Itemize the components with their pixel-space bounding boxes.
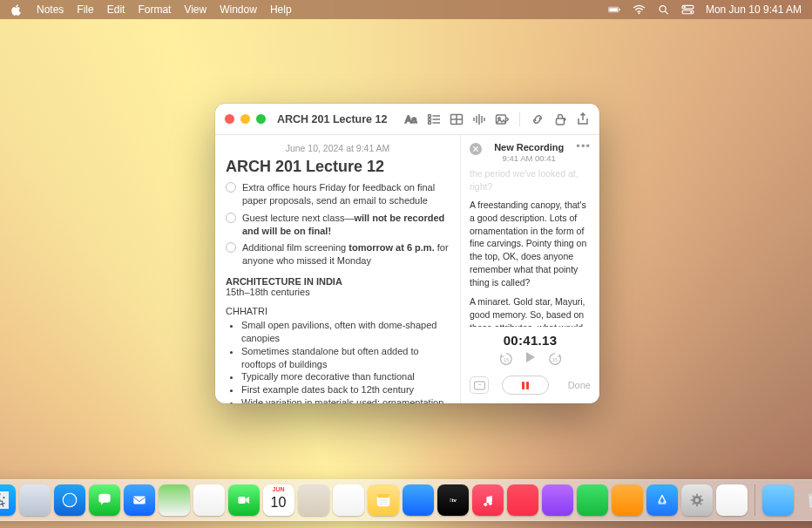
share-button[interactable] — [576, 112, 590, 126]
window-minimize-button[interactable] — [240, 114, 250, 124]
dock-app-iphone[interactable] — [716, 484, 748, 516]
menu-help[interactable]: Help — [270, 3, 292, 16]
pause-icon — [522, 382, 529, 389]
bullet-list: Small open pavilions, often with dome-sh… — [226, 319, 450, 403]
wifi-icon[interactable] — [633, 4, 646, 15]
svg-point-4 — [660, 6, 666, 12]
checklist-item-text: Extra office hours Friday for feedback o… — [242, 181, 450, 207]
control-center-icon[interactable] — [681, 4, 694, 15]
svg-text:“”: “” — [477, 382, 481, 388]
menu-format[interactable]: Format — [138, 3, 171, 16]
transcript-p2: A minaret. Gold star, Mayuri, good memor… — [470, 295, 591, 327]
dock-trash[interactable] — [797, 484, 813, 516]
window-toolbar: Aa — [404, 112, 590, 126]
dock-app-music[interactable] — [472, 484, 504, 516]
checklist-item[interactable]: Extra office hours Friday for feedback o… — [226, 181, 450, 207]
dock-app-finder[interactable] — [0, 484, 16, 516]
window-close-button[interactable] — [225, 114, 234, 124]
dock-app-reminders[interactable] — [333, 484, 364, 516]
table-button[interactable] — [450, 112, 464, 126]
menu-view[interactable]: View — [184, 3, 206, 16]
dock-app-numbers[interactable] — [577, 484, 608, 516]
svg-line-63 — [692, 496, 694, 498]
dock-app-facetime[interactable] — [228, 484, 260, 516]
dock-app-contacts[interactable] — [298, 484, 329, 516]
svg-text:15: 15 — [504, 357, 509, 362]
menu-file[interactable]: File — [77, 3, 93, 16]
window-zoom-button[interactable] — [256, 114, 266, 124]
battery-icon[interactable] — [608, 4, 621, 15]
dock-app-calendar[interactable]: JUN10 — [263, 484, 294, 516]
transcript-toggle-button[interactable]: “” — [470, 376, 489, 394]
skip-back-button[interactable]: 15 — [498, 351, 514, 367]
done-button[interactable]: Done — [568, 380, 591, 390]
dock-app-pages[interactable] — [612, 484, 643, 516]
window-title: ARCH 201 Lecture 12 — [277, 113, 387, 125]
link-button[interactable] — [531, 112, 545, 126]
dock-app-notes[interactable] — [368, 484, 399, 516]
checklist-item[interactable]: Guest lecture next class—will not be rec… — [226, 212, 450, 238]
dock-app-messages[interactable] — [89, 484, 120, 516]
window-traffic-lights — [225, 114, 266, 124]
menu-clock[interactable]: Mon Jun 10 9:41 AM — [706, 3, 802, 16]
svg-rect-48 — [133, 497, 145, 504]
recording-subtitle: 9:41 AM 00:41 — [489, 153, 569, 163]
checklist: Extra office hours Friday for feedback o… — [226, 181, 450, 267]
section-subheading: 15th–18th centuries — [226, 287, 450, 297]
apple-menu[interactable] — [10, 4, 22, 16]
dock-app-tv[interactable]: tv — [437, 484, 469, 516]
svg-line-61 — [692, 504, 694, 505]
spotlight-icon[interactable] — [657, 4, 670, 15]
media-button[interactable] — [495, 112, 509, 126]
svg-point-7 — [684, 6, 686, 8]
audio-button[interactable] — [472, 112, 486, 126]
skip-forward-button[interactable]: 15 — [547, 351, 563, 367]
lock-button[interactable] — [553, 112, 567, 126]
svg-rect-27 — [557, 118, 565, 125]
svg-point-57 — [694, 498, 698, 502]
dock-app-downloads[interactable] — [762, 484, 794, 516]
svg-point-9 — [690, 11, 692, 13]
checklist-item[interactable]: Additional film screening tomorrow at 6 … — [226, 241, 450, 267]
menu-window[interactable]: Window — [220, 3, 257, 16]
transcript-faded-line: the period we've looked at, right? — [470, 167, 591, 193]
checklist-button[interactable] — [427, 112, 441, 126]
dock-app-maps[interactable] — [159, 484, 190, 516]
bullet-item: Wide variation in materials used; orname… — [241, 396, 450, 403]
svg-point-13 — [428, 118, 430, 120]
dock-app-freeform[interactable] — [403, 484, 434, 516]
notes-window: ARCH 201 Lecture 12 Aa June 10, 2024 at … — [215, 104, 599, 403]
checklist-item-text: Additional film screening tomorrow at 6 … — [242, 241, 450, 267]
svg-line-65 — [700, 496, 701, 498]
svg-rect-49 — [238, 497, 245, 504]
close-panel-button[interactable] — [470, 143, 482, 155]
section-heading: ARCHITECTURE IN INDIA — [226, 276, 450, 287]
dock-app-appstore[interactable] — [646, 484, 678, 516]
format-button[interactable]: Aa — [404, 112, 418, 126]
chhatri-heading: CHHATRI — [226, 306, 450, 316]
checkbox-circle[interactable] — [226, 242, 236, 253]
dock-app-photos[interactable] — [193, 484, 225, 516]
dock-app-mail[interactable] — [124, 484, 155, 516]
dock-app-news[interactable] — [507, 484, 538, 516]
menu-edit[interactable]: Edit — [107, 3, 125, 16]
dock-app-podcasts[interactable] — [542, 484, 573, 516]
dock: JUN10tv — [0, 479, 812, 521]
checkbox-circle[interactable] — [226, 213, 236, 223]
note-body[interactable]: June 10, 2024 at 9:41 AM ARCH 201 Lectur… — [215, 135, 460, 403]
menu-app-name[interactable]: Notes — [37, 3, 64, 16]
pause-record-button[interactable] — [502, 376, 549, 395]
transcript[interactable]: the period we've looked at, right? A fre… — [461, 167, 599, 327]
bullet-item: First example dates back to 12th century — [241, 383, 450, 396]
svg-text:15: 15 — [552, 357, 558, 362]
dock-app-safari[interactable] — [54, 484, 85, 516]
svg-text:Aa: Aa — [405, 114, 417, 125]
more-button[interactable]: ••• — [576, 142, 591, 151]
dock-separator — [754, 484, 755, 516]
play-button[interactable] — [524, 351, 537, 367]
dock-app-launchpad[interactable] — [19, 484, 51, 516]
checkbox-circle[interactable] — [226, 182, 236, 193]
svg-point-15 — [428, 121, 430, 124]
dock-app-settings[interactable] — [681, 484, 713, 516]
svg-rect-2 — [619, 9, 620, 11]
